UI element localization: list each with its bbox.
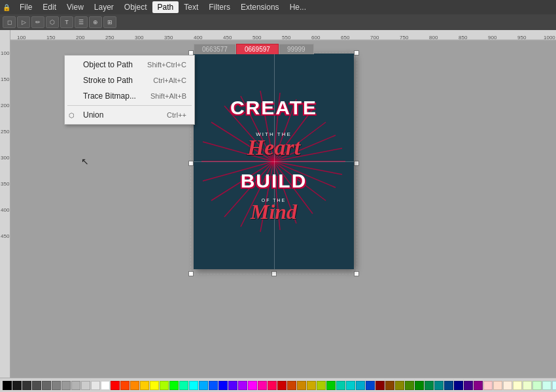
toolbar-btn-4[interactable]: ⬡ <box>46 16 59 28</box>
palette-swatch[interactable] <box>268 381 277 390</box>
palette-swatch[interactable] <box>444 381 453 390</box>
palette-swatch[interactable] <box>81 381 90 390</box>
art-build: BUILD <box>241 170 307 192</box>
palette-swatch[interactable] <box>474 381 483 390</box>
palette-swatch[interactable] <box>493 381 502 390</box>
palette-swatch[interactable] <box>385 381 394 390</box>
art-create: CREATE <box>230 97 317 119</box>
palette-swatch[interactable] <box>248 381 257 390</box>
palette-swatch[interactable] <box>160 381 169 390</box>
palette-swatch[interactable] <box>3 381 12 390</box>
palette-swatch[interactable] <box>52 381 61 390</box>
palette-swatch[interactable] <box>101 381 110 390</box>
palette-swatch[interactable] <box>111 381 120 390</box>
palette-swatch[interactable] <box>130 381 139 390</box>
palette-swatch[interactable] <box>287 381 296 390</box>
path-dropdown-menu: Object to Path Shift+Ctrl+C Stroke to Pa… <box>64 55 195 125</box>
palette-swatch[interactable] <box>71 381 80 390</box>
union-icon: ⬡ <box>69 112 75 119</box>
palette-swatch[interactable] <box>91 381 100 390</box>
menu-item-object-to-path[interactable]: Object to Path Shift+Ctrl+C <box>65 57 194 73</box>
palette-swatch[interactable] <box>258 381 267 390</box>
palette-swatch[interactable] <box>317 381 326 390</box>
menu-item-label: Union <box>83 110 103 120</box>
toolbar-btn-3[interactable]: ✏ <box>31 16 44 28</box>
menu-file[interactable]: File <box>14 1 37 13</box>
palette-swatch[interactable] <box>395 381 404 390</box>
palette-swatch[interactable] <box>503 381 512 390</box>
palette-swatch[interactable] <box>189 381 198 390</box>
palette-swatch[interactable] <box>140 381 149 390</box>
palette-swatch[interactable] <box>464 381 473 390</box>
palette-swatch[interactable] <box>120 381 130 390</box>
tab-2-active[interactable]: 0669597 <box>236 44 279 54</box>
palette-swatch[interactable] <box>415 381 424 390</box>
handle-br[interactable] <box>354 271 359 276</box>
palette-swatch[interactable] <box>61 381 71 390</box>
palette-swatch[interactable] <box>218 381 228 390</box>
menu-item-label: Object to Path <box>83 60 133 69</box>
palette-swatch[interactable] <box>523 381 532 390</box>
toolbar-btn-7[interactable]: ⊕ <box>89 16 102 28</box>
palette-swatch[interactable] <box>150 381 159 390</box>
palette-swatch[interactable] <box>209 381 218 390</box>
toolbar-btn-5[interactable]: T <box>60 16 73 28</box>
palette-swatch[interactable] <box>32 381 41 390</box>
menu-item-trace-bitmap[interactable]: Trace Bitmap... Shift+Alt+B <box>65 88 194 104</box>
menu-item-stroke-to-path[interactable]: Stroke to Path Ctrl+Alt+C <box>65 73 194 88</box>
handle-tr[interactable] <box>354 50 359 56</box>
palette-swatch[interactable] <box>356 381 365 390</box>
palette-swatch[interactable] <box>22 381 31 390</box>
handle-bl[interactable] <box>188 271 194 276</box>
menu-filters[interactable]: Filters <box>203 1 235 13</box>
menu-item-union[interactable]: ⬡ Union Ctrl++ <box>65 107 194 123</box>
menu-help[interactable]: He... <box>285 1 311 13</box>
menu-object[interactable]: Object <box>119 1 152 13</box>
palette-swatch[interactable] <box>513 381 522 390</box>
palette-swatch[interactable] <box>434 381 443 390</box>
cursor: ↖ <box>81 157 89 166</box>
palette-swatch[interactable] <box>42 381 51 390</box>
main-area: 100 150 200 250 300 350 400 450 0663577 … <box>0 41 556 378</box>
palette-swatch[interactable] <box>552 381 556 390</box>
palette-swatch[interactable] <box>326 381 336 390</box>
palette-swatch[interactable] <box>199 381 208 390</box>
menu-extensions[interactable]: Extensions <box>235 1 285 13</box>
palette-swatch[interactable] <box>425 381 434 390</box>
palette-swatch[interactable] <box>405 381 414 390</box>
handle-ml[interactable] <box>188 161 194 166</box>
palette-swatch[interactable] <box>277 381 287 390</box>
palette-swatch[interactable] <box>366 381 375 390</box>
menu-path[interactable]: Path <box>152 1 179 13</box>
handle-mr[interactable] <box>354 161 359 166</box>
palette-bar <box>0 378 556 392</box>
menu-layer[interactable]: Layer <box>89 1 119 13</box>
palette-swatch[interactable] <box>532 381 542 390</box>
palette-swatch[interactable] <box>169 381 179 390</box>
handle-bc[interactable] <box>271 271 277 276</box>
crosshair-v <box>274 54 275 269</box>
toolbar-btn-6[interactable]: ☰ <box>75 16 88 28</box>
toolbar-btn-2[interactable]: ▷ <box>17 16 30 28</box>
palette-swatch[interactable] <box>336 381 345 390</box>
tab-3[interactable]: 99999 <box>279 44 314 54</box>
palette-swatch[interactable] <box>346 381 355 390</box>
palette-swatch[interactable] <box>228 381 237 390</box>
palette-swatch[interactable] <box>297 381 306 390</box>
menu-view[interactable]: View <box>61 1 89 13</box>
canvas-area[interactable]: 0663577 0669597 99999 <box>10 41 556 378</box>
toolbar-btn-8[interactable]: ⊞ <box>103 16 116 28</box>
menu-edit[interactable]: Edit <box>37 1 61 13</box>
artwork: CREATE WITH THE Heart BUILD OF THE Mind <box>194 54 354 269</box>
palette-swatch[interactable] <box>179 381 188 390</box>
palette-swatch[interactable] <box>307 381 316 390</box>
tab-1[interactable]: 0663577 <box>194 44 236 54</box>
palette-swatch[interactable] <box>12 381 22 390</box>
palette-swatch[interactable] <box>375 381 385 390</box>
palette-swatch[interactable] <box>542 381 551 390</box>
palette-swatch[interactable] <box>483 381 493 390</box>
toolbar-btn-1[interactable]: ◻ <box>3 16 16 28</box>
palette-swatch[interactable] <box>238 381 247 390</box>
palette-swatch[interactable] <box>454 381 463 390</box>
menu-text[interactable]: Text <box>179 1 203 13</box>
